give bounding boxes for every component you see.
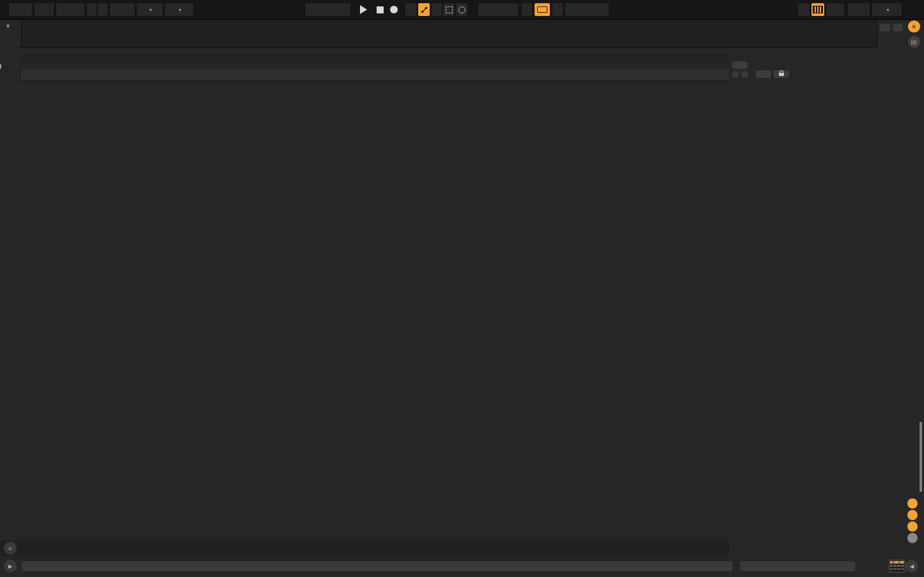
play-circle-icon: ▶: [8, 564, 12, 569]
horizontal-scrollbar[interactable]: [22, 560, 733, 571]
matrix-row-icon: [890, 565, 904, 567]
time-beat-ruler-toggle[interactable]: ≈: [4, 542, 17, 555]
track-panel-background: [729, 54, 903, 546]
panel-scrollbar[interactable]: [740, 560, 856, 571]
bar-ruler[interactable]: [21, 54, 729, 64]
loop-switch[interactable]: [535, 3, 550, 16]
automation-nodes-icon: [421, 6, 428, 13]
draw-mode-button[interactable]: [798, 3, 810, 16]
next-locator-button[interactable]: [741, 71, 749, 78]
punch-out-button[interactable]: [552, 3, 563, 16]
mixer-toggle[interactable]: |||: [908, 36, 920, 48]
clip-overview-toggle[interactable]: ≡: [908, 20, 920, 33]
cpu-meter[interactable]: ▼: [872, 3, 902, 16]
chevron-down-icon: ▼: [886, 8, 890, 12]
returns-section-toggle[interactable]: [907, 510, 918, 520]
time-ruler[interactable]: [0, 541, 729, 556]
chevron-down-icon: ▼: [148, 8, 153, 12]
nudge-down-button[interactable]: [87, 3, 97, 16]
lock-icon: [779, 73, 784, 76]
matrix-row-icon: [890, 568, 904, 570]
link-button[interactable]: [9, 3, 32, 16]
wave-icon: ≈: [8, 545, 12, 552]
stop-button[interactable]: [373, 3, 386, 16]
matrix-row-icon: [890, 561, 904, 564]
play-from-start-button[interactable]: ▶: [4, 560, 17, 573]
nudge-up-button[interactable]: [98, 3, 107, 16]
link-track-button[interactable]: [756, 70, 771, 78]
tempo-field[interactable]: [56, 3, 84, 16]
computer-midi-keyboard-button[interactable]: [811, 3, 824, 16]
overview-collapse-triangle[interactable]: ▼: [5, 23, 11, 29]
clip-matrix-icon[interactable]: [889, 560, 905, 573]
midi-map-button[interactable]: [848, 3, 870, 16]
circle-icon: [458, 6, 466, 13]
delay-section-toggle[interactable]: [907, 533, 918, 543]
session-record-button[interactable]: [456, 3, 467, 16]
mixer-section-toggle[interactable]: [907, 521, 918, 532]
zoom-height-button[interactable]: [880, 24, 890, 31]
overdub-button[interactable]: [405, 3, 416, 16]
capture-midi-icon: [446, 6, 453, 13]
loop-length-field[interactable]: [565, 3, 609, 16]
arrangement-overview[interactable]: [21, 21, 877, 48]
arrangement-position-field[interactable]: [306, 3, 350, 16]
metronome-button[interactable]: ▼: [137, 3, 162, 16]
io-section-toggle[interactable]: [907, 498, 918, 509]
record-button[interactable]: [388, 3, 400, 16]
stop-icon: [377, 6, 384, 13]
follow-button[interactable]: [287, 3, 301, 16]
toolbar: ▼ ▼ ▼: [0, 0, 924, 20]
automation-arm-button[interactable]: [418, 3, 430, 16]
bars-icon: |||: [911, 40, 917, 44]
key-map-button[interactable]: [826, 3, 844, 16]
capture-midi-button[interactable]: [443, 3, 455, 16]
piano-keys-icon: [813, 6, 823, 13]
lock-envelopes-button[interactable]: [774, 70, 789, 78]
ableton-live-window: ▼ ▼ ▼ ▼ ≡ |||: [0, 0, 924, 577]
tap-tempo-button[interactable]: [35, 3, 54, 16]
punch-in-button[interactable]: [522, 3, 532, 16]
play-button[interactable]: [356, 3, 371, 16]
lines-icon: ≡: [912, 23, 916, 30]
quantize-menu[interactable]: ▼: [165, 3, 193, 16]
set-locator-button[interactable]: [732, 61, 748, 69]
record-icon: [390, 6, 398, 13]
play-icon: [360, 5, 367, 14]
arrangement-loop-brace[interactable]: [0, 64, 1, 69]
time-signature-field[interactable]: [110, 3, 134, 16]
zoom-width-button[interactable]: [893, 24, 903, 31]
locator-row[interactable]: [21, 70, 729, 82]
status-bar: ▶ ◀: [0, 557, 924, 577]
reenable-automation-button[interactable]: [432, 3, 442, 16]
prev-locator-button[interactable]: [732, 71, 739, 78]
left-triangle-icon: ◀: [910, 564, 914, 569]
back-to-arrangement-button[interactable]: ◀: [905, 560, 918, 573]
loop-icon: [537, 6, 547, 13]
chevron-down-icon: ▼: [178, 8, 182, 12]
loop-start-field[interactable]: [478, 3, 518, 16]
vertical-scrollbar[interactable]: [920, 422, 922, 492]
